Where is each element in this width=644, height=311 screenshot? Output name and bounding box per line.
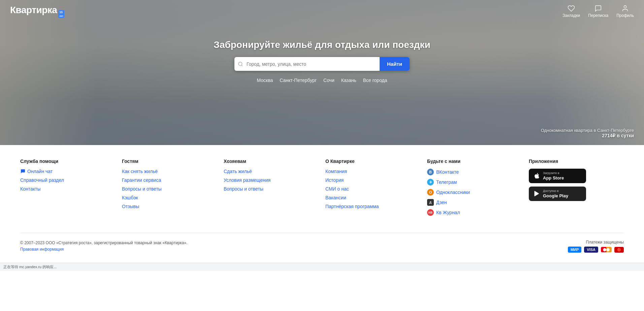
payments-label: Платежи защищены xyxy=(586,240,624,245)
link-listing-terms[interactable]: Условия размещения xyxy=(224,177,270,183)
link-company[interactable]: Компания xyxy=(325,169,347,174)
profile-label: Профиль xyxy=(616,13,634,18)
ok-icon: О xyxy=(427,189,434,196)
link-history[interactable]: История xyxy=(325,177,344,183)
hero-caption: Однокомнатная квартира в Санкт-Петербург… xyxy=(541,128,634,138)
social-telegram[interactable]: ✈ Телеграм xyxy=(427,179,522,186)
footer-col-guests-title: Гостям xyxy=(122,159,217,164)
hero-section: Квартирка 15 лет Закладки Переписка xyxy=(0,0,644,145)
list-item: Онлайн чат xyxy=(20,169,115,174)
kv-icon: КВ xyxy=(427,209,434,216)
link-faq-hosts[interactable]: Вопросы и ответы xyxy=(224,186,263,192)
search-icon-wrap xyxy=(234,61,247,67)
footer-col-help-title: Служба помощи xyxy=(20,159,115,164)
top-navigation: Квартирка 15 лет Закладки Переписка xyxy=(0,0,644,23)
social-ok[interactable]: О Одноклассники xyxy=(427,189,522,196)
footer-col-guests: Гостям Как снять жильё Гарантии сервиса … xyxy=(122,159,217,219)
footer-col-hosts: Хозяевам Сдать жильё Условия размещения … xyxy=(224,159,319,219)
list-item: Компания xyxy=(325,169,420,174)
footer-grid: Служба помощи Онлайн чат Справочный разд… xyxy=(20,159,624,219)
social-dzen[interactable]: Д Дзен xyxy=(427,199,522,206)
list-item: Партнёрская программа xyxy=(325,204,420,209)
footer-col-about: О Квартирке Компания История СМИ о нас В… xyxy=(325,159,420,219)
app-store-text: Загрузите в App Store xyxy=(543,171,564,180)
search-bar: Найти xyxy=(234,57,410,71)
heart-icon xyxy=(568,5,575,12)
list-item: Вопросы и ответы xyxy=(122,186,217,192)
footer-col-about-title: О Квартирке xyxy=(325,159,420,164)
apple-icon xyxy=(534,172,540,179)
mastercard-badge: ⬤⬤ xyxy=(601,247,612,252)
city-link-spb[interactable]: Санкт-Петербург xyxy=(280,78,317,83)
caption-price: 2714₽ в сутки xyxy=(541,133,634,138)
city-link-kazan[interactable]: Казань xyxy=(341,78,356,83)
list-item: Вакансии xyxy=(325,195,420,200)
svg-point-1 xyxy=(238,62,242,66)
city-link-moscow[interactable]: Москва xyxy=(257,78,273,83)
social-kv-journal[interactable]: КВ Кв Журнал xyxy=(427,209,522,216)
link-cashback[interactable]: Кэшбэк xyxy=(122,195,138,200)
message-icon xyxy=(594,5,602,12)
link-guarantees[interactable]: Гарантии сервиса xyxy=(122,177,161,183)
list-item: Как снять жильё xyxy=(122,169,217,174)
list-item: Справочный раздел xyxy=(20,177,115,183)
link-help-section[interactable]: Справочный раздел xyxy=(20,177,64,183)
link-contacts[interactable]: Контакты xyxy=(20,186,40,192)
footer-copyright: © 2007–2023 ООО «Стратегия роста», зарег… xyxy=(20,240,188,253)
ru-card-badge: 🔴 xyxy=(614,247,624,253)
vk-icon: В xyxy=(427,169,434,175)
search-icon xyxy=(238,61,243,67)
link-reviews[interactable]: Отзывы xyxy=(122,204,139,209)
city-link-all[interactable]: Все города xyxy=(363,78,387,83)
link-online-chat[interactable]: Онлайн чат xyxy=(20,169,115,174)
footer-section: Служба помощи Онлайн чат Справочный разд… xyxy=(0,145,644,263)
link-vacancies[interactable]: Вакансии xyxy=(325,195,346,200)
payments-area: Платежи защищены МИР VISA ⬤⬤ 🔴 xyxy=(568,240,624,253)
list-item: Условия размещения xyxy=(224,177,319,183)
copyright-text: © 2007–2023 ООО «Стратегия роста», зарег… xyxy=(20,240,188,246)
mir-badge: МИР xyxy=(568,247,581,253)
logo[interactable]: Квартирка 15 лет xyxy=(10,5,64,18)
link-how-to-rent[interactable]: Как снять жильё xyxy=(122,169,158,174)
footer-bottom: © 2007–2023 ООО «Стратегия роста», зарег… xyxy=(20,233,624,253)
list-item: История xyxy=(325,177,420,183)
chat-icon xyxy=(20,169,26,174)
legal-link[interactable]: Правовая информация xyxy=(20,247,64,252)
logo-text: Квартирка xyxy=(10,5,57,16)
link-partners[interactable]: Партнёрская программа xyxy=(325,204,379,209)
telegram-icon: ✈ xyxy=(427,179,434,186)
city-link-sochi[interactable]: Сочи xyxy=(323,78,334,83)
status-bar: 正在等待 mc.yandex.ru 的响应... xyxy=(0,263,644,271)
logo-badge: 15 лет xyxy=(58,10,64,18)
list-item: Сдать жильё xyxy=(224,169,319,174)
nav-right: Закладки Переписка Профиль xyxy=(562,5,634,18)
footer-col-help: Служба помощи Онлайн чат Справочный разд… xyxy=(20,159,115,219)
svg-line-2 xyxy=(242,65,243,66)
nav-bookmarks[interactable]: Закладки xyxy=(562,5,580,18)
list-item: Кэшбэк xyxy=(122,195,217,200)
profile-icon xyxy=(621,5,629,12)
caption-text: Однокомнатная квартира в Санкт-Петербург… xyxy=(541,128,634,133)
search-button[interactable]: Найти xyxy=(380,57,410,71)
nav-messages[interactable]: Переписка xyxy=(588,5,608,18)
list-item: Гарантии сервиса xyxy=(122,177,217,183)
social-vk[interactable]: В ВКонтакте xyxy=(427,169,522,175)
nav-profile[interactable]: Профиль xyxy=(616,5,634,18)
footer-col-social: Будьте с нами В ВКонтакте ✈ Телеграм О О… xyxy=(427,159,522,219)
footer-col-apps: Приложения Загрузите в App Store Доступн… xyxy=(529,159,624,219)
list-item: СМИ о нас xyxy=(325,186,420,192)
google-play-text: Доступно в Google Play xyxy=(543,189,568,198)
svg-point-0 xyxy=(624,6,626,8)
link-media[interactable]: СМИ о нас xyxy=(325,186,349,192)
hero-content: Забронируйте жильё для отдыха или поездк… xyxy=(214,39,430,83)
search-input[interactable] xyxy=(247,57,380,71)
google-play-button[interactable]: Доступно в Google Play xyxy=(529,187,586,201)
list-item: Вопросы и ответы xyxy=(224,186,319,192)
footer-col-apps-title: Приложения xyxy=(529,159,624,164)
link-rent-out[interactable]: Сдать жильё xyxy=(224,169,252,174)
status-text: 正在等待 mc.yandex.ru 的响应... xyxy=(3,265,57,269)
app-store-button[interactable]: Загрузите в App Store xyxy=(529,169,586,183)
list-item: Контакты xyxy=(20,186,115,192)
link-faq-guests[interactable]: Вопросы и ответы xyxy=(122,186,162,192)
city-links: Москва Санкт-Петербург Сочи Казань Все г… xyxy=(257,78,387,83)
